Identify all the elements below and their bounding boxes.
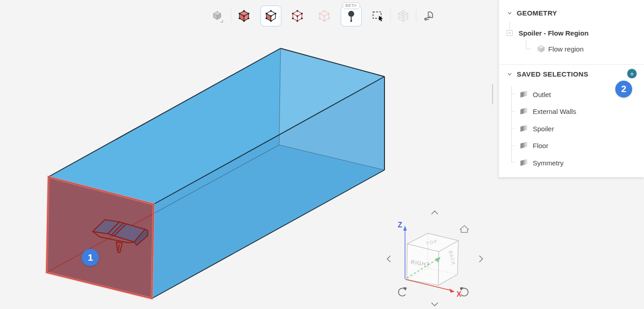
saved-selection-label: External Walls bbox=[533, 108, 576, 115]
chevron-down-icon bbox=[507, 10, 513, 16]
svg-text:Z: Z bbox=[398, 221, 402, 229]
cube-edge-select-icon bbox=[291, 10, 304, 22]
face-set-icon bbox=[520, 141, 529, 150]
saved-selection-row-spoiler[interactable]: Spoiler bbox=[520, 123, 554, 134]
face-set-icon bbox=[520, 107, 529, 116]
saved-selection-row-external-walls[interactable]: External Walls bbox=[520, 105, 576, 117]
tree-connector bbox=[511, 94, 515, 94]
axis-z: Z bbox=[398, 221, 407, 279]
geometry-root-label: Spoiler - Flow Region bbox=[519, 29, 588, 37]
flow-region-label: Flow region bbox=[548, 45, 584, 53]
nav-cube[interactable]: TOP RIGHT BACK bbox=[407, 233, 458, 285]
rotate-down-chevron[interactable] bbox=[431, 303, 438, 306]
toolbar-separator bbox=[231, 9, 231, 22]
toolbar-button-probe-point[interactable]: BETA bbox=[341, 5, 362, 26]
section-divider bbox=[499, 64, 644, 65]
toolbar-button-box-select[interactable] bbox=[367, 5, 388, 26]
toolbar-separator bbox=[416, 9, 416, 22]
saved-selections-section-title: SAVED SELECTIONS bbox=[517, 70, 588, 78]
flow-region-row[interactable]: Flow region bbox=[537, 45, 584, 53]
rotate-up-chevron[interactable] bbox=[431, 211, 438, 214]
toolbar-button-mesh-display[interactable] bbox=[393, 5, 414, 26]
toolbar-button-measure[interactable] bbox=[419, 5, 440, 26]
face-set-icon bbox=[520, 90, 529, 99]
saved-selection-row-outlet[interactable]: Outlet bbox=[520, 88, 551, 100]
tree-connector bbox=[511, 162, 515, 163]
beta-badge: BETA bbox=[343, 2, 360, 9]
add-saved-selection-button[interactable]: + bbox=[627, 69, 637, 78]
saved-selection-label: Symmetry bbox=[533, 159, 564, 167]
home-view-icon[interactable] bbox=[460, 226, 469, 232]
toolbar-button-face-select[interactable] bbox=[260, 5, 281, 26]
saved-selection-label: Spoiler bbox=[533, 125, 554, 133]
measure-tape-icon bbox=[422, 9, 436, 23]
probe-pin-icon bbox=[345, 10, 358, 22]
face-set-icon bbox=[520, 124, 529, 133]
tree-connector bbox=[511, 145, 515, 146]
saved-selection-label: Floor bbox=[533, 142, 548, 149]
geometry-section-header[interactable]: GEOMETRY bbox=[499, 7, 644, 18]
saved-selections-section-header[interactable]: SAVED SELECTIONS bbox=[499, 68, 644, 79]
tree-connector bbox=[511, 86, 512, 163]
roll-ccw-icon[interactable] bbox=[399, 287, 407, 296]
cube-solid-icon bbox=[210, 9, 224, 23]
tree-connector bbox=[526, 40, 531, 49]
mesh-cube-icon bbox=[397, 10, 410, 22]
geometry-section-title: GEOMETRY bbox=[517, 9, 557, 17]
toolbar-separator bbox=[390, 9, 391, 22]
cube-face-select-icon bbox=[265, 10, 277, 22]
toolbar-button-volume-select[interactable] bbox=[234, 5, 254, 26]
tree-connector bbox=[511, 128, 515, 129]
collapse-toggle[interactable]: − bbox=[507, 30, 513, 36]
annotation-badge-1: 1 bbox=[82, 249, 99, 266]
rotate-right-chevron[interactable] bbox=[479, 256, 483, 262]
rotate-left-chevron[interactable] bbox=[387, 256, 390, 262]
tree-connector bbox=[509, 22, 510, 30]
svg-text:X: X bbox=[457, 290, 462, 298]
toolbar-button-select-tool[interactable] bbox=[207, 5, 228, 26]
solid-body-icon bbox=[537, 45, 545, 53]
panel-resize-handle[interactable] bbox=[492, 84, 496, 94]
toolbar-button-vertex-select[interactable] bbox=[314, 5, 335, 26]
saved-selection-row-floor[interactable]: Floor bbox=[520, 139, 548, 151]
tree-connector bbox=[511, 111, 515, 112]
chevron-down-icon bbox=[507, 71, 513, 77]
nav-cube-gizmo[interactable]: TOP RIGHT BACK Z X bbox=[387, 211, 483, 306]
geometry-root-row[interactable]: − Spoiler - Flow Region bbox=[507, 29, 588, 37]
annotation-badge-2: 2 bbox=[615, 81, 632, 98]
box-select-icon bbox=[371, 10, 384, 22]
saved-selection-row-symmetry[interactable]: Symmetry bbox=[520, 157, 564, 169]
saved-selection-label: Outlet bbox=[533, 91, 551, 98]
cube-vertex-select-icon bbox=[318, 10, 331, 22]
face-set-icon bbox=[520, 159, 529, 167]
toolbar-button-edge-select[interactable] bbox=[287, 5, 308, 26]
cube-volume-select-icon bbox=[238, 10, 250, 22]
